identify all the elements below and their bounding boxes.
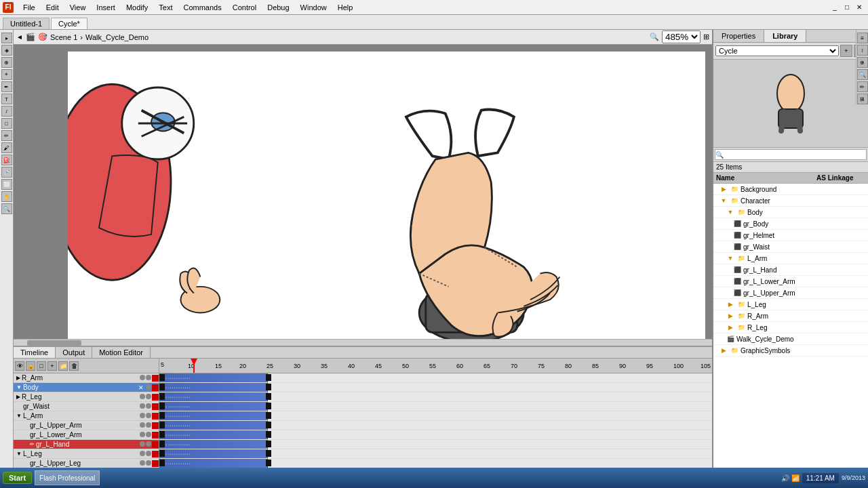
layer-gr-lower-arm[interactable]: gr_L_Lower_Arm: [14, 430, 159, 440]
lib-item-l-leg[interactable]: ▶ 📁 L_Leg: [713, 299, 868, 310]
lib-item-r-leg[interactable]: ▶ 📁 R_Leg: [713, 322, 868, 333]
output-tab[interactable]: Output: [56, 347, 92, 358]
lib-item-walk-cycle[interactable]: 🎬 Walk_Cycle_Demo: [713, 333, 868, 345]
start-button[interactable]: Start: [3, 472, 32, 484]
layer-gr-upper-leg[interactable]: gr_L_Upper_Leg: [14, 459, 159, 468]
tool-pen[interactable]: ✒: [1, 81, 12, 92]
tool-line[interactable]: /: [1, 106, 12, 117]
lib-item-gr-helmet[interactable]: ⬛ gr_Helmet: [713, 230, 868, 241]
add-layer[interactable]: +: [47, 361, 57, 371]
lib-item-gr-body[interactable]: ⬛ gr_Body: [713, 218, 868, 230]
add-folder[interactable]: 📁: [58, 361, 68, 371]
eye-toggle[interactable]: 👁: [15, 361, 24, 371]
scene-label[interactable]: Scene 1: [50, 33, 77, 41]
tool-brush[interactable]: 🖌: [1, 142, 12, 153]
frame-row-l-arm[interactable]: [159, 411, 712, 421]
zoom-select[interactable]: 485% 100% 200% 400%: [662, 30, 701, 43]
tool-subselect[interactable]: ◈: [1, 45, 12, 56]
menu-commands[interactable]: Commands: [178, 2, 226, 13]
canvas-hscroll[interactable]: [14, 339, 712, 346]
lib-item-l-arm[interactable]: ▼ 📁 L_Arm: [713, 253, 868, 264]
menu-insert[interactable]: Insert: [91, 2, 121, 13]
tool-zoom[interactable]: 🔍: [1, 203, 12, 214]
frame-row-gr-upper-leg[interactable]: [159, 459, 712, 468]
menu-debug[interactable]: Debug: [262, 2, 294, 13]
layer-gr-waist[interactable]: gr_Waist: [14, 402, 159, 411]
menu-help[interactable]: Help: [332, 2, 359, 13]
tool-inkbucket[interactable]: ⛽: [1, 155, 12, 165]
lock-toggle[interactable]: 🔒: [26, 361, 35, 371]
lib-item-background[interactable]: ▶ 📁 Background: [713, 184, 868, 195]
frame-row-gr-hand[interactable]: [159, 440, 712, 449]
layer-l-arm[interactable]: ▼ L_Arm: [14, 411, 159, 421]
frame-row-r-arm[interactable]: [159, 373, 712, 383]
lib-item-gr-l-lower-arm[interactable]: ⬛ gr_L_Lower_Arm: [713, 276, 868, 287]
minimize-button[interactable]: _: [829, 1, 841, 14]
menu-view[interactable]: View: [64, 2, 92, 13]
library-tab[interactable]: Library: [764, 30, 806, 42]
frame-row-r-leg[interactable]: [159, 392, 712, 402]
properties-tab[interactable]: Properties: [713, 30, 764, 42]
tool-hand[interactable]: ✋: [1, 191, 12, 202]
lib-item-gr-waist[interactable]: ⬛ gr_Waist: [713, 241, 868, 253]
timeline-tab[interactable]: Timeline: [14, 347, 56, 358]
tool-eyedropper[interactable]: 💉: [1, 167, 12, 178]
frame-row-l-leg[interactable]: [159, 449, 712, 459]
rm-btn-1[interactable]: ≡: [857, 33, 868, 43]
layer-r-arm[interactable]: ▶ R_Arm: [14, 373, 159, 383]
menu-file[interactable]: File: [18, 2, 41, 13]
tool-pencil[interactable]: ✏: [1, 130, 12, 141]
menu-edit[interactable]: Edit: [41, 2, 64, 13]
tool-lasso[interactable]: ⌖: [1, 69, 12, 80]
rm-btn-4[interactable]: 🔍: [857, 69, 868, 80]
layer-l-leg[interactable]: ▼ L_Leg: [14, 449, 159, 459]
library-new-symbol[interactable]: +: [840, 45, 852, 57]
rm-btn-3[interactable]: ⊕: [857, 57, 868, 68]
hscroll-thumb[interactable]: [27, 340, 81, 346]
tab-untitled[interactable]: Untitled-1: [3, 18, 50, 29]
library-search-input[interactable]: [715, 149, 867, 160]
lib-item-graphic-symbols[interactable]: ▶ 📁 GraphicSymbols: [713, 345, 868, 357]
tool-eraser[interactable]: ⬜: [1, 179, 12, 190]
tab-cycle[interactable]: Cycle*: [51, 18, 87, 29]
lib-item-r-arm[interactable]: ▶ 📁 R_Arm: [713, 310, 868, 322]
tool-transform[interactable]: ⊕: [1, 57, 12, 68]
lib-item-character[interactable]: ▼ 📁 Character: [713, 195, 868, 207]
close-button[interactable]: ✕: [853, 1, 865, 14]
tool-rect[interactable]: □: [1, 118, 12, 129]
layer-r-leg[interactable]: ▶ R_Leg: [14, 392, 159, 402]
delete-layer[interactable]: 🗑: [69, 361, 79, 371]
taskbar-flash[interactable]: Flash Professional: [35, 470, 100, 485]
frame-ruler[interactable]: 5 10 15 20 25 30 35 40 45 50 55 60 65 70: [159, 359, 712, 373]
col-name-header[interactable]: Name: [713, 173, 814, 183]
tool-text[interactable]: T: [1, 94, 12, 104]
playhead[interactable]: [193, 359, 195, 373]
lib-item-gr-l-upper-arm[interactable]: ⬛ gr_L_Upper_Arm: [713, 287, 868, 299]
layer-body[interactable]: ▼ Body ✕: [14, 383, 159, 392]
layer-gr-hand[interactable]: ✏ gr_L_Hand: [14, 440, 159, 449]
frame-row-gr-waist[interactable]: [159, 402, 712, 411]
frame-row-gr-lower-arm[interactable]: [159, 430, 712, 440]
frame-num-100: 100: [673, 363, 684, 369]
menu-control[interactable]: Control: [227, 2, 262, 13]
menu-text[interactable]: Text: [153, 2, 178, 13]
frame-row-body[interactable]: [159, 383, 712, 392]
symbol-label[interactable]: Walk_Cycle_Demo: [85, 33, 149, 41]
maximize-button[interactable]: □: [841, 1, 853, 14]
frame-row-gr-upper-arm[interactable]: [159, 421, 712, 430]
tool-arrow[interactable]: ▸: [1, 33, 12, 43]
library-select[interactable]: Cycle: [715, 45, 839, 56]
lib-item-body[interactable]: ▼ 📁 Body: [713, 207, 868, 218]
rm-btn-2[interactable]: ↕: [857, 45, 868, 56]
menu-modify[interactable]: Modify: [121, 2, 153, 13]
lib-item-gr-l-hand[interactable]: ⬛ gr_L_Hand: [713, 264, 868, 276]
menu-window[interactable]: Window: [295, 2, 332, 13]
outline-toggle[interactable]: □: [37, 361, 46, 371]
rm-btn-5[interactable]: ✏: [857, 81, 868, 92]
layer-gr-upper-arm[interactable]: gr_L_Upper_Arm: [14, 421, 159, 430]
nav-back[interactable]: ◄: [16, 33, 23, 41]
canvas-stage[interactable]: [68, 52, 705, 339]
rm-btn-6[interactable]: ⊞: [857, 94, 868, 104]
col-linkage-header[interactable]: AS Linkage: [814, 173, 868, 183]
motion-editor-tab[interactable]: Motion Editor: [92, 347, 151, 358]
